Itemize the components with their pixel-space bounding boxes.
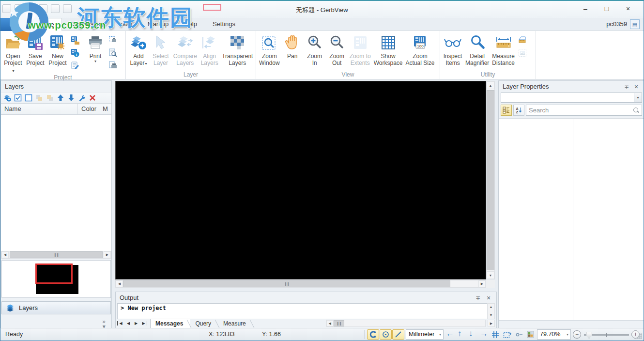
open-project-button[interactable]: Open Project▾: [2, 32, 24, 74]
measure-area-icon[interactable]: [517, 35, 528, 46]
scroll-down-icon[interactable]: ▼: [490, 312, 493, 319]
layer-settings-wrench-icon[interactable]: [78, 94, 86, 102]
properties-grid[interactable]: [499, 118, 644, 321]
drawing-canvas[interactable]: [115, 81, 486, 279]
pan-down-icon[interactable]: ↓: [469, 329, 473, 339]
zoom-to-extents-button[interactable]: Zoom to Extents: [348, 32, 372, 67]
ribbon-minimize-icon[interactable]: [630, 19, 640, 29]
print-quick-icon[interactable]: [51, 4, 60, 13]
zoom-window-button[interactable]: Zoom Window: [258, 32, 281, 67]
pan-button[interactable]: Pan: [281, 32, 304, 60]
pan-up-icon[interactable]: ↑: [458, 329, 462, 339]
scroll-left-icon[interactable]: ◀: [326, 320, 334, 326]
pin-icon[interactable]: [623, 83, 630, 91]
zoom-out-slider-button[interactable]: −: [573, 330, 581, 339]
undo-quick-icon[interactable]: [63, 4, 72, 13]
new-quick-icon[interactable]: [15, 4, 23, 13]
canvas-hscrollbar[interactable]: ◀ ▶: [115, 280, 486, 288]
print-region-icon[interactable]: [107, 35, 118, 46]
open-quick-icon[interactable]: [27, 4, 35, 13]
bring-front-icon[interactable]: [35, 94, 43, 102]
tab-messages[interactable]: Messages: [150, 319, 190, 328]
output-hscrollbar[interactable]: ◀: [326, 320, 486, 327]
uncheck-all-icon[interactable]: [25, 94, 32, 102]
send-back-icon[interactable]: [46, 94, 54, 102]
move-down-icon[interactable]: [67, 94, 75, 102]
zoom-out-button[interactable]: Zoom Out: [326, 32, 348, 67]
pin-icon[interactable]: [474, 294, 482, 302]
show-workspace-button[interactable]: Show Workspace: [372, 32, 404, 67]
add-layers-icon[interactable]: [3, 94, 11, 102]
output-log[interactable]: > New project: [117, 303, 488, 319]
tab-markup[interactable]: Markup: [140, 18, 176, 31]
search-input[interactable]: [529, 107, 633, 114]
print-button[interactable]: Print ▾: [84, 32, 107, 64]
select-layer-button[interactable]: Select Layer: [150, 32, 172, 67]
zoom-slider[interactable]: [584, 334, 629, 336]
import-project-icon[interactable]: [70, 35, 80, 46]
zoom-slider-thumb[interactable]: [586, 332, 592, 339]
close-panel-icon[interactable]: [485, 294, 492, 302]
print-preview-icon[interactable]: [107, 47, 118, 58]
tab-home[interactable]: Home: [30, 18, 62, 31]
add-layer-button[interactable]: Add Layer▾: [127, 32, 150, 67]
new-project-button[interactable]: New Project: [46, 32, 69, 67]
save-quick-icon[interactable]: [39, 4, 47, 13]
zoom-level-selector[interactable]: 79.70%: [537, 329, 571, 340]
scroll-left-icon[interactable]: ◀: [1, 251, 9, 258]
scroll-right-icon[interactable]: ▶: [104, 251, 111, 258]
overview-pane[interactable]: [1, 260, 111, 298]
detail-magnifier-button[interactable]: Detail Magnifier: [464, 32, 491, 67]
scroll-left-icon[interactable]: ◀: [116, 280, 123, 287]
scroll-up-icon[interactable]: ▲: [490, 304, 493, 310]
check-all-icon[interactable]: [14, 94, 22, 102]
search-icon[interactable]: [633, 107, 639, 113]
unit-selector[interactable]: Millimeter: [406, 329, 444, 340]
column-name[interactable]: Name: [1, 104, 78, 114]
combo-dropdown-icon[interactable]: ▾: [634, 93, 642, 102]
first-tab-icon[interactable]: ◀: [117, 321, 124, 326]
last-tab-icon[interactable]: ▶: [140, 321, 147, 326]
tab-query[interactable]: Query: [190, 319, 218, 328]
toggle-line-mode-button[interactable]: [392, 329, 404, 340]
tab-settings[interactable]: Settings: [205, 18, 243, 31]
next-tab-icon[interactable]: ▶: [133, 321, 139, 326]
scroll-right-icon[interactable]: ▶: [478, 280, 486, 287]
categorized-view-button[interactable]: [501, 105, 512, 116]
delete-layer-icon[interactable]: [89, 94, 96, 102]
origin-marker-icon[interactable]: [516, 332, 523, 337]
snap-grid-icon[interactable]: [503, 331, 511, 339]
layers-hscrollbar[interactable]: ◀ ▶: [1, 251, 111, 259]
print-setup-icon[interactable]: [107, 60, 118, 71]
tab-help[interactable]: Help: [177, 18, 204, 31]
scroll-right-icon[interactable]: ▶: [488, 320, 495, 327]
prev-tab-icon[interactable]: ◀: [125, 321, 132, 326]
pan-left-icon[interactable]: ←: [446, 329, 454, 339]
canvas-vscrollbar[interactable]: ▲ ▼: [486, 81, 495, 279]
scroll-down-icon[interactable]: ▼: [487, 271, 494, 279]
layers-list[interactable]: [1, 115, 111, 251]
measure-distance-button[interactable]: Measure Distance: [491, 32, 516, 67]
close-button[interactable]: ×: [617, 3, 639, 15]
layers-side-tab[interactable]: Layers: [1, 301, 111, 314]
inspect-items-button[interactable]: Inspect Items: [442, 32, 464, 67]
overview-viewport[interactable]: [35, 264, 73, 284]
project-info-icon[interactable]: i: [70, 47, 80, 58]
align-layers-button[interactable]: Align Layers: [199, 32, 221, 67]
snapshot-icon[interactable]: [517, 47, 528, 58]
image-export-icon[interactable]: [527, 331, 534, 338]
sort-az-button[interactable]: AZ: [513, 105, 524, 116]
grid-toggle-icon[interactable]: [491, 331, 499, 339]
minimize-button[interactable]: –: [575, 3, 596, 15]
zoom-actual-size-button[interactable]: 100 Zoom Actual Size: [404, 32, 436, 67]
toggle-circle-center-button[interactable]: [380, 329, 392, 340]
output-vscrollbar[interactable]: ▲▼: [487, 303, 495, 319]
tab-conversion[interactable]: Conversion: [63, 18, 109, 31]
tab-file[interactable]: File: [0, 18, 29, 31]
close-panel-icon[interactable]: [632, 83, 640, 91]
column-mirror[interactable]: M: [99, 104, 111, 114]
panel-overflow-chevron[interactable]: »▾: [102, 319, 106, 329]
edit-notes-icon[interactable]: [70, 60, 80, 71]
move-up-icon[interactable]: [57, 94, 64, 102]
tab-measure[interactable]: Measure: [218, 319, 253, 328]
